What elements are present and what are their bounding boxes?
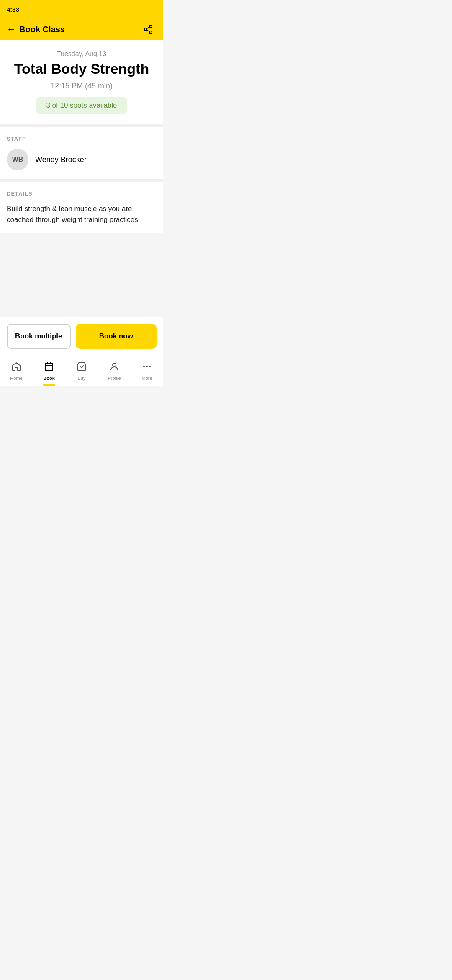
section-divider-1 — [0, 124, 163, 127]
class-time: 12:15 PM (45 min) — [7, 82, 157, 90]
nav-item-buy[interactable]: Buy — [65, 356, 98, 386]
buy-icon — [77, 361, 87, 374]
staff-section-label: STAFF — [7, 136, 157, 142]
profile-icon — [109, 361, 119, 374]
svg-line-4 — [147, 27, 150, 29]
nav-title: Book Class — [19, 25, 65, 34]
svg-point-9 — [149, 366, 151, 367]
svg-point-8 — [146, 366, 148, 367]
nav-label-more: More — [141, 376, 152, 381]
back-icon: ← — [7, 24, 16, 35]
staff-avatar: WB — [7, 149, 28, 170]
staff-row: WB Wendy Brocker — [7, 149, 157, 170]
spots-available-badge: 3 of 10 spots available — [36, 97, 127, 114]
share-icon — [143, 24, 153, 34]
class-date: Tuesday, Aug 13 — [7, 50, 157, 58]
share-button[interactable] — [140, 21, 157, 38]
more-icon — [142, 361, 152, 374]
svg-point-2 — [149, 31, 152, 34]
svg-point-7 — [143, 366, 145, 367]
details-section: DETAILS Build strength & lean muscle as … — [0, 182, 163, 233]
section-divider-2 — [0, 179, 163, 182]
details-section-label: DETAILS — [7, 191, 157, 197]
nav-label-home: Home — [10, 376, 22, 381]
nav-label-buy: Buy — [78, 376, 86, 381]
class-info-section: Tuesday, Aug 13 Total Body Strength 12:1… — [0, 40, 163, 124]
details-description: Build strength & lean muscle as you are … — [7, 204, 157, 225]
home-icon — [11, 361, 21, 374]
staff-section: STAFF WB Wendy Brocker — [0, 127, 163, 179]
nav-label-book: Book — [43, 376, 55, 381]
nav-item-book[interactable]: Book — [33, 356, 65, 386]
nav-item-profile[interactable]: Profile — [98, 356, 131, 386]
bottom-nav: Home Book Buy — [0, 356, 163, 386]
action-buttons-container: Book multiple Book now — [0, 317, 163, 356]
nav-label-profile: Profile — [108, 376, 121, 381]
book-icon — [44, 361, 54, 374]
svg-point-6 — [113, 363, 116, 366]
nav-item-home[interactable]: Home — [0, 356, 33, 386]
svg-point-0 — [149, 25, 152, 28]
book-multiple-button[interactable]: Book multiple — [7, 324, 71, 349]
nav-header: ← Book Class — [0, 18, 163, 40]
nav-item-more[interactable]: More — [131, 356, 163, 386]
staff-name: Wendy Brocker — [35, 155, 87, 164]
book-now-button[interactable]: Book now — [76, 324, 157, 349]
status-time: 4:33 — [7, 6, 19, 13]
status-bar: 4:33 — [0, 0, 163, 18]
back-button[interactable]: ← Book Class — [7, 24, 65, 35]
class-title: Total Body Strength — [7, 61, 157, 77]
svg-point-1 — [144, 28, 147, 31]
svg-line-3 — [147, 30, 150, 32]
svg-rect-5 — [45, 363, 53, 371]
content-spacer — [0, 233, 163, 317]
